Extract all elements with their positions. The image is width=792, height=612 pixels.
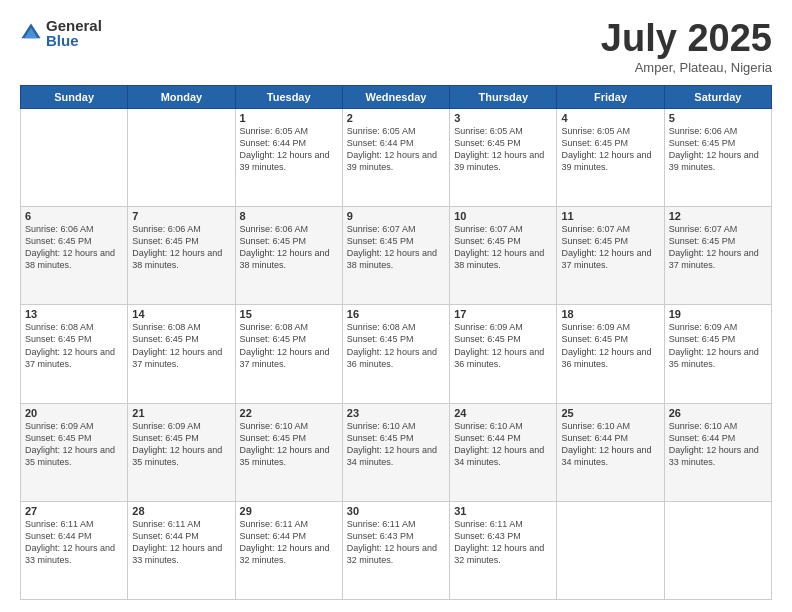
day-info: Sunrise: 6:08 AM Sunset: 6:45 PM Dayligh…: [25, 321, 123, 370]
calendar-cell: 27Sunrise: 6:11 AM Sunset: 6:44 PM Dayli…: [21, 501, 128, 599]
calendar-cell: 12Sunrise: 6:07 AM Sunset: 6:45 PM Dayli…: [664, 207, 771, 305]
calendar-cell: 9Sunrise: 6:07 AM Sunset: 6:45 PM Daylig…: [342, 207, 449, 305]
day-info: Sunrise: 6:10 AM Sunset: 6:44 PM Dayligh…: [454, 420, 552, 469]
day-number: 20: [25, 407, 123, 419]
day-info: Sunrise: 6:05 AM Sunset: 6:44 PM Dayligh…: [240, 125, 338, 174]
calendar-cell: 28Sunrise: 6:11 AM Sunset: 6:44 PM Dayli…: [128, 501, 235, 599]
day-info: Sunrise: 6:09 AM Sunset: 6:45 PM Dayligh…: [454, 321, 552, 370]
day-info: Sunrise: 6:11 AM Sunset: 6:44 PM Dayligh…: [25, 518, 123, 567]
day-number: 5: [669, 112, 767, 124]
calendar-cell: 11Sunrise: 6:07 AM Sunset: 6:45 PM Dayli…: [557, 207, 664, 305]
day-info: Sunrise: 6:06 AM Sunset: 6:45 PM Dayligh…: [240, 223, 338, 272]
page: General Blue July 2025 Amper, Plateau, N…: [0, 0, 792, 612]
location-subtitle: Amper, Plateau, Nigeria: [601, 60, 772, 75]
day-of-week-header: Friday: [557, 85, 664, 108]
calendar-cell: 29Sunrise: 6:11 AM Sunset: 6:44 PM Dayli…: [235, 501, 342, 599]
day-info: Sunrise: 6:08 AM Sunset: 6:45 PM Dayligh…: [240, 321, 338, 370]
day-number: 1: [240, 112, 338, 124]
logo-text: General Blue: [46, 18, 102, 48]
calendar-cell: 5Sunrise: 6:06 AM Sunset: 6:45 PM Daylig…: [664, 108, 771, 206]
calendar-cell: 30Sunrise: 6:11 AM Sunset: 6:43 PM Dayli…: [342, 501, 449, 599]
calendar-cell: 2Sunrise: 6:05 AM Sunset: 6:44 PM Daylig…: [342, 108, 449, 206]
day-number: 23: [347, 407, 445, 419]
calendar-cell: [128, 108, 235, 206]
day-number: 6: [25, 210, 123, 222]
calendar-cell: 8Sunrise: 6:06 AM Sunset: 6:45 PM Daylig…: [235, 207, 342, 305]
calendar-cell: 19Sunrise: 6:09 AM Sunset: 6:45 PM Dayli…: [664, 305, 771, 403]
calendar-cell: 21Sunrise: 6:09 AM Sunset: 6:45 PM Dayli…: [128, 403, 235, 501]
logo-general: General: [46, 18, 102, 33]
day-number: 11: [561, 210, 659, 222]
calendar-cell: 1Sunrise: 6:05 AM Sunset: 6:44 PM Daylig…: [235, 108, 342, 206]
day-number: 19: [669, 308, 767, 320]
day-info: Sunrise: 6:09 AM Sunset: 6:45 PM Dayligh…: [561, 321, 659, 370]
day-number: 13: [25, 308, 123, 320]
calendar-cell: 18Sunrise: 6:09 AM Sunset: 6:45 PM Dayli…: [557, 305, 664, 403]
day-number: 26: [669, 407, 767, 419]
day-number: 16: [347, 308, 445, 320]
day-info: Sunrise: 6:09 AM Sunset: 6:45 PM Dayligh…: [25, 420, 123, 469]
day-number: 31: [454, 505, 552, 517]
day-info: Sunrise: 6:11 AM Sunset: 6:43 PM Dayligh…: [347, 518, 445, 567]
calendar-cell: 6Sunrise: 6:06 AM Sunset: 6:45 PM Daylig…: [21, 207, 128, 305]
day-number: 12: [669, 210, 767, 222]
day-number: 14: [132, 308, 230, 320]
day-number: 15: [240, 308, 338, 320]
calendar-cell: 10Sunrise: 6:07 AM Sunset: 6:45 PM Dayli…: [450, 207, 557, 305]
header: General Blue July 2025 Amper, Plateau, N…: [20, 18, 772, 75]
calendar-cell: 31Sunrise: 6:11 AM Sunset: 6:43 PM Dayli…: [450, 501, 557, 599]
day-number: 30: [347, 505, 445, 517]
day-number: 8: [240, 210, 338, 222]
day-info: Sunrise: 6:06 AM Sunset: 6:45 PM Dayligh…: [132, 223, 230, 272]
day-info: Sunrise: 6:07 AM Sunset: 6:45 PM Dayligh…: [561, 223, 659, 272]
day-of-week-header: Tuesday: [235, 85, 342, 108]
calendar-cell: 25Sunrise: 6:10 AM Sunset: 6:44 PM Dayli…: [557, 403, 664, 501]
calendar-cell: 26Sunrise: 6:10 AM Sunset: 6:44 PM Dayli…: [664, 403, 771, 501]
calendar-cell: 3Sunrise: 6:05 AM Sunset: 6:45 PM Daylig…: [450, 108, 557, 206]
day-info: Sunrise: 6:09 AM Sunset: 6:45 PM Dayligh…: [669, 321, 767, 370]
day-info: Sunrise: 6:11 AM Sunset: 6:44 PM Dayligh…: [240, 518, 338, 567]
day-number: 24: [454, 407, 552, 419]
day-info: Sunrise: 6:07 AM Sunset: 6:45 PM Dayligh…: [347, 223, 445, 272]
day-number: 2: [347, 112, 445, 124]
day-info: Sunrise: 6:05 AM Sunset: 6:44 PM Dayligh…: [347, 125, 445, 174]
day-number: 29: [240, 505, 338, 517]
day-number: 3: [454, 112, 552, 124]
day-number: 7: [132, 210, 230, 222]
logo-icon: [20, 22, 42, 44]
day-number: 28: [132, 505, 230, 517]
day-info: Sunrise: 6:07 AM Sunset: 6:45 PM Dayligh…: [669, 223, 767, 272]
calendar-week-row: 20Sunrise: 6:09 AM Sunset: 6:45 PM Dayli…: [21, 403, 772, 501]
day-of-week-header: Monday: [128, 85, 235, 108]
day-info: Sunrise: 6:10 AM Sunset: 6:45 PM Dayligh…: [347, 420, 445, 469]
day-info: Sunrise: 6:11 AM Sunset: 6:44 PM Dayligh…: [132, 518, 230, 567]
month-title: July 2025: [601, 18, 772, 60]
calendar-cell: 4Sunrise: 6:05 AM Sunset: 6:45 PM Daylig…: [557, 108, 664, 206]
calendar-cell: 14Sunrise: 6:08 AM Sunset: 6:45 PM Dayli…: [128, 305, 235, 403]
day-info: Sunrise: 6:06 AM Sunset: 6:45 PM Dayligh…: [669, 125, 767, 174]
calendar-cell: 23Sunrise: 6:10 AM Sunset: 6:45 PM Dayli…: [342, 403, 449, 501]
calendar-week-row: 1Sunrise: 6:05 AM Sunset: 6:44 PM Daylig…: [21, 108, 772, 206]
calendar-cell: [557, 501, 664, 599]
calendar-week-row: 13Sunrise: 6:08 AM Sunset: 6:45 PM Dayli…: [21, 305, 772, 403]
day-info: Sunrise: 6:06 AM Sunset: 6:45 PM Dayligh…: [25, 223, 123, 272]
day-info: Sunrise: 6:07 AM Sunset: 6:45 PM Dayligh…: [454, 223, 552, 272]
calendar-cell: 20Sunrise: 6:09 AM Sunset: 6:45 PM Dayli…: [21, 403, 128, 501]
day-of-week-header: Wednesday: [342, 85, 449, 108]
day-info: Sunrise: 6:10 AM Sunset: 6:44 PM Dayligh…: [669, 420, 767, 469]
day-number: 22: [240, 407, 338, 419]
day-of-week-header: Saturday: [664, 85, 771, 108]
day-number: 18: [561, 308, 659, 320]
day-number: 25: [561, 407, 659, 419]
calendar-cell: 7Sunrise: 6:06 AM Sunset: 6:45 PM Daylig…: [128, 207, 235, 305]
logo-blue: Blue: [46, 33, 102, 48]
day-number: 17: [454, 308, 552, 320]
calendar-table: SundayMondayTuesdayWednesdayThursdayFrid…: [20, 85, 772, 600]
day-info: Sunrise: 6:09 AM Sunset: 6:45 PM Dayligh…: [132, 420, 230, 469]
calendar-cell: [664, 501, 771, 599]
day-info: Sunrise: 6:05 AM Sunset: 6:45 PM Dayligh…: [561, 125, 659, 174]
day-number: 21: [132, 407, 230, 419]
day-number: 9: [347, 210, 445, 222]
calendar-cell: 16Sunrise: 6:08 AM Sunset: 6:45 PM Dayli…: [342, 305, 449, 403]
day-number: 10: [454, 210, 552, 222]
